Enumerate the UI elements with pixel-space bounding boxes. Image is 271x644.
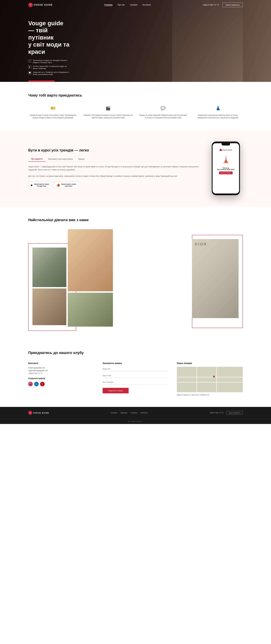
footer-nav-reasons[interactable]: Причини — [120, 412, 127, 414]
app-phone-mockup-container: OGUE GUIDE 🗼 Хочеш наParis Fashion Week … — [212, 142, 243, 195]
feature-icon-1: ✈ — [28, 60, 31, 62]
nav-home[interactable]: Головна — [104, 4, 112, 6]
instagram-icon[interactable]: 📷 — [28, 382, 33, 386]
google-play-label: Завантажити черезGoogle Play — [34, 183, 49, 187]
why-text-2: Навчайся тобі завжди виглядати стильно. … — [83, 114, 133, 119]
footer-logo[interactable]: V VOGUE GUIDE — [28, 411, 49, 415]
footer-nav-gallery[interactable]: Галерея — [131, 412, 137, 414]
footer-register-button[interactable]: Зареєструватись — [226, 411, 243, 415]
download-apple-button[interactable]: 🍎 Завантажити черезApp Store — [54, 182, 79, 189]
social-icons: 📷 in P — [28, 382, 94, 386]
hero-section: V VOGUE GUIDE Головна Про нас Галерея Ко… — [0, 0, 271, 82]
why-item-1: 🎫 Підкорюй моди столицю світу разом з на… — [28, 104, 78, 119]
app-store-label: Завантажити черезApp Store — [61, 183, 76, 187]
site-footer: V VOGUE GUIDE Головна Причини Галерея Ко… — [0, 407, 271, 419]
nav-gallery[interactable]: Галерея — [130, 4, 138, 6]
why-item-4: 👗 Задоволена консультація майстер-класу … — [193, 104, 243, 119]
header-phone: +380 67 567 77 77 — [202, 4, 219, 6]
why-join-grid: 🎫 Підкорюй моди столицю світу разом з на… — [28, 104, 243, 119]
why-join-title: Чому тобі варто приєднатись — [28, 93, 243, 98]
tab-about-app[interactable]: Про додаток — [28, 156, 45, 162]
footer-nav-home[interactable]: Головна — [111, 412, 117, 414]
app-download-buttons: ▶ Завантажити черезGoogle Play 🍎 Заванта… — [28, 182, 200, 189]
contact-phone: +380 67 567 77 77 — [28, 372, 94, 374]
footer-phone: +380 67 567 77 77 — [209, 412, 224, 414]
app-section-title: Бути в курсі усіх трендів — легко — [28, 148, 200, 152]
contact-email-2: support@vogueguide.com — [28, 370, 94, 372]
hero-learn-more-button[interactable]: Дізнатись більше — [28, 80, 54, 82]
gallery-photo-4 — [68, 293, 113, 326]
join-grid: Контакти info@vogueguide.com support@vog… — [28, 362, 243, 396]
map-road-v-2 — [216, 367, 217, 392]
footer-logo-initial: V — [30, 412, 31, 414]
footer-right: +380 67 567 77 77 Зареєструватись — [209, 411, 243, 415]
why-item-2: 🎬 Навчайся тобі завжди виглядати стильно… — [83, 104, 133, 119]
footer-nav-contacts[interactable]: Контакти — [140, 412, 148, 414]
join-title: Приєднатись до нашого клубу — [28, 350, 243, 355]
why-join-section: Чому тобі варто приєднатись 🎫 Підкорюй м… — [0, 82, 271, 130]
feature-icon-2: ▶ — [28, 65, 31, 68]
site-header: V VOGUE GUIDE Головна Про нас Галерея Ко… — [0, 0, 271, 10]
linkedin-icon[interactable]: in — [34, 382, 39, 386]
gallery-collage: DIOR — [28, 229, 243, 328]
footer-logo-circle: V — [28, 411, 32, 415]
hero-title: Vouge guide — твій путівнику світ моди т… — [28, 20, 70, 55]
form-phone-input[interactable] — [102, 380, 168, 384]
why-item-3: 💬 Заходи на зв'язу! Закритий Telegram-ка… — [138, 104, 188, 119]
gallery-photo-5: DIOR — [192, 239, 238, 318]
why-icon-4: 👗 — [214, 104, 222, 112]
contacts-col-title: Контакти — [28, 362, 94, 364]
location-column: Наша локація Адреса: Україна, м. Львів, … — [177, 362, 243, 396]
header-right: +380 67 567 77 77 Зареєструватись — [202, 2, 243, 7]
app-description: Vogue Guide — найдощадніший on-line клуб… — [28, 165, 200, 178]
form-column: Залишити заявку Надіслати заявку — [102, 362, 168, 396]
pinterest-icon[interactable]: P — [40, 382, 44, 386]
main-nav: Головна Про нас Галерея Контакти — [104, 4, 151, 6]
tab-user-features[interactable]: Можливості для користувача — [45, 156, 76, 162]
register-button[interactable]: Зареєструватись — [222, 2, 243, 7]
form-name-input[interactable] — [102, 367, 168, 371]
nav-about[interactable]: Про нас — [118, 4, 125, 6]
gallery-section: Найстильніші дівчата вже з нами — [0, 206, 271, 339]
app-store-icon: 🍎 — [57, 184, 60, 187]
footer-logo-text: VOGUE GUIDE — [33, 412, 49, 414]
feature-icon-3: 💬 — [28, 71, 31, 74]
gallery-photo-3 — [32, 288, 66, 325]
nav-contacts[interactable]: Контакти — [142, 4, 151, 6]
phone-mockup: OGUE GUIDE 🗼 Хочеш наParis Fashion Week … — [212, 142, 240, 195]
logo-text: VOGUE GUIDE — [34, 4, 53, 6]
hero-feature-3: 💬 Закритий чат у Telegram для спілкуванн… — [28, 71, 70, 75]
tab-reviews[interactable]: Відгуки — [76, 156, 87, 162]
copyright-text: Всі права захищені © — [128, 420, 143, 422]
map-road-h-1 — [177, 377, 243, 378]
app-section: Бути в курсі усіх трендів — легко Про до… — [0, 130, 271, 206]
form-email-input[interactable] — [102, 374, 168, 378]
footer-nav: Головна Причини Галерея Контакти — [111, 412, 148, 414]
hero-content: Vouge guide — твій путівнику світ моди т… — [0, 0, 99, 82]
google-play-icon: ▶ — [31, 184, 33, 187]
hero-feature-1: ✈ Організація поїздок на трендові покази… — [28, 59, 70, 64]
app-tabs: Про додаток Можливості для користувача В… — [28, 156, 200, 162]
hero-feature-2: ▶ On-line трансляції та навчальні відео … — [28, 65, 70, 70]
footer-copyright: Всі права захищені © — [0, 419, 271, 424]
phone-screen: OGUE GUIDE 🗼 Хочеш наParis Fashion Week … — [212, 143, 239, 194]
form-submit-button[interactable]: Надіслати заявку — [102, 388, 128, 393]
phone-card-title: Хочеш наParis Fashion Week 2021? — [217, 167, 234, 170]
location-col-title: Наша локація — [177, 362, 243, 364]
social-section-title: Соціальні мережі — [28, 377, 94, 380]
hero-features: ✈ Організація поїздок на трендові покази… — [28, 59, 70, 75]
why-text-1: Підкорюй моди столицю світу разом з нами… — [28, 114, 78, 119]
phone-eiffel-icon: 🗼 — [221, 153, 231, 166]
phone-notch — [222, 143, 230, 146]
gallery-photo-1 — [32, 248, 66, 287]
logo[interactable]: V VOGUE GUIDE — [28, 3, 53, 7]
logo-icon: V — [28, 3, 33, 7]
map-grid — [177, 367, 243, 392]
map-road-h-2 — [177, 382, 243, 382]
map-placeholder — [177, 367, 243, 392]
contacts-column: Контакти info@vogueguide.com support@vog… — [28, 362, 94, 396]
download-google-button[interactable]: ▶ Завантажити черезGoogle Play — [28, 182, 52, 189]
phone-logo-text: OGUE GUIDE — [222, 149, 232, 151]
gallery-photo-2 — [68, 229, 113, 291]
phone-card-button: Дізнатись більше — [219, 172, 232, 174]
